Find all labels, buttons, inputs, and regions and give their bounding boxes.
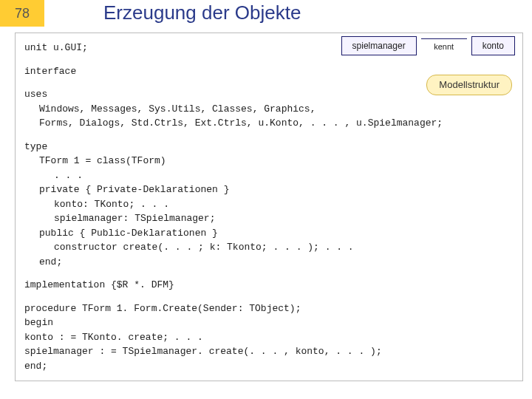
- slide-number: 78: [0, 0, 44, 27]
- code-class: TForm 1 = class(TForm): [39, 154, 514, 168]
- code-implementation: implementation {$R *. DFM}: [24, 278, 514, 293]
- code-private: private { Private-Deklarationen }: [39, 183, 514, 197]
- diagram-box-konto: konto: [471, 36, 515, 55]
- code-type: type: [24, 140, 514, 154]
- code-uses-line2: Forms, Dialogs, Std.Ctrls, Ext.Ctrls, u.…: [39, 116, 514, 131]
- code-end: end;: [39, 255, 514, 270]
- code-constructor: constructor create(. . . ; k: Tkonto; . …: [54, 240, 514, 255]
- code-dots: . . .: [54, 168, 514, 183]
- modellstruktur-badge: Modellstruktur: [426, 75, 512, 95]
- code-assign-spielmanager: spielmanager : = TSpielmanager. create(.…: [24, 344, 514, 359]
- code-begin: begin: [24, 316, 514, 330]
- code-procedure: procedure TForm 1. Form.Create(Sender: T…: [24, 301, 514, 316]
- slide-header: 78 Erzeugung der Objekte: [0, 0, 532, 27]
- code-type-block: type TForm 1 = class(TForm) . . . privat…: [24, 140, 514, 270]
- connector-label: kennt: [434, 41, 454, 53]
- diagram-connector: kennt: [421, 38, 467, 53]
- connector-line: [421, 38, 467, 39]
- code-private-spielmanager: spielmanager: TSpielmanager;: [54, 211, 514, 226]
- code-assign-konto: konto : = TKonto. create; . . .: [24, 330, 514, 345]
- slide-body: spielmanager kennt konto Modellstruktur …: [15, 33, 523, 381]
- code-end2: end;: [24, 359, 514, 374]
- slide-title: Erzeugung der Objekte: [44, 0, 532, 27]
- diagram-box-spielmanager: spielmanager: [341, 36, 417, 55]
- code-procedure-block: procedure TForm 1. Form.Create(Sender: T…: [24, 301, 514, 374]
- code-private-konto: konto: TKonto; . . .: [54, 197, 514, 212]
- code-public: public { Public-Deklarationen }: [39, 226, 514, 241]
- uml-diagram: spielmanager kennt konto: [341, 36, 515, 55]
- code-uses-line1: Windows, Messages, Sys.Utils, Classes, G…: [39, 102, 514, 117]
